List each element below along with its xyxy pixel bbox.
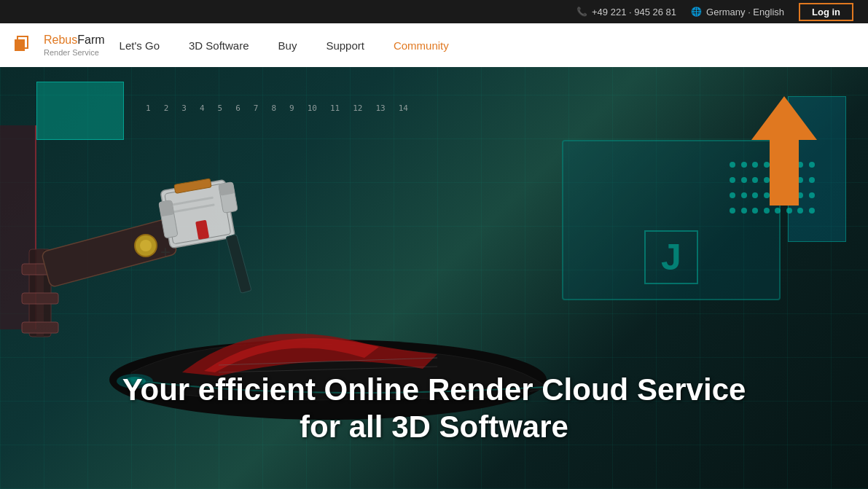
3d-software-link[interactable]: 3D Software [174, 25, 264, 66]
dot [786, 208, 792, 214]
dot [752, 208, 758, 214]
dot [741, 177, 747, 183]
svg-rect-15 [219, 182, 235, 196]
lets-go-link[interactable]: Let's Go [105, 25, 174, 66]
hero-section: 1 2 3 4 5 6 7 8 9 10 11 12 13 14 [0, 67, 868, 489]
dot [741, 162, 747, 168]
top-bar: 📞 +49 221 · 945 26 81 🌐 Germany · Englis… [0, 0, 868, 23]
svg-rect-0 [15, 39, 25, 51]
logo[interactable]: RebusFarm Render Service [15, 34, 105, 57]
logo-icon [15, 34, 38, 57]
community-link[interactable]: Community [379, 25, 464, 66]
svg-point-9 [140, 240, 152, 251]
nav-item-buy[interactable]: Buy [264, 25, 312, 66]
logo-farm: Farm [77, 34, 104, 46]
logo-rebus: Rebus [44, 34, 77, 46]
navigation: RebusFarm Render Service Let's Go 3D Sof… [0, 23, 868, 67]
dot [797, 208, 803, 214]
hero-title-line2: for all 3D Software [15, 409, 853, 445]
logo-subtitle: Render Service [44, 48, 105, 57]
scroll-up-arrow[interactable] [751, 96, 817, 206]
phone-icon: 📞 [576, 7, 587, 17]
dot [764, 208, 770, 214]
phone-number: +49 221 · 945 26 81 [592, 7, 676, 17]
buy-link[interactable]: Buy [264, 25, 312, 66]
hero-title-line1: Your efficient Online Render Cloud Servi… [15, 372, 853, 408]
nav-item-lets-go[interactable]: Let's Go [105, 25, 174, 66]
phone-info: 📞 +49 221 · 945 26 81 [576, 7, 676, 17]
dot [741, 192, 747, 198]
dot [730, 208, 735, 214]
orange-arrow-container [751, 96, 817, 206]
globe-icon: 🌐 [691, 7, 702, 17]
hero-text-block: Your efficient Online Render Cloud Servi… [0, 357, 868, 460]
support-link[interactable]: Support [311, 25, 379, 66]
nav-item-community[interactable]: Community [379, 25, 464, 66]
nav-item-3d-software[interactable]: 3D Software [174, 25, 264, 66]
logo-text: RebusFarm Render Service [44, 34, 105, 57]
region-selector[interactable]: 🌐 Germany · English [691, 7, 784, 17]
region-label: Germany · English [706, 7, 784, 17]
nav-item-support[interactable]: Support [311, 25, 379, 66]
dot [775, 208, 781, 214]
login-button[interactable]: Log in [799, 3, 853, 21]
nav-links: Let's Go 3D Software Buy Support Communi… [105, 25, 464, 66]
dot [730, 192, 735, 198]
svg-rect-5 [22, 293, 58, 304]
svg-marker-26 [751, 96, 817, 206]
svg-rect-7 [42, 219, 178, 288]
dot [730, 177, 735, 183]
svg-rect-13 [159, 200, 174, 217]
dot [741, 208, 747, 214]
svg-rect-6 [22, 322, 58, 333]
dot [809, 208, 815, 214]
dot [730, 162, 735, 168]
